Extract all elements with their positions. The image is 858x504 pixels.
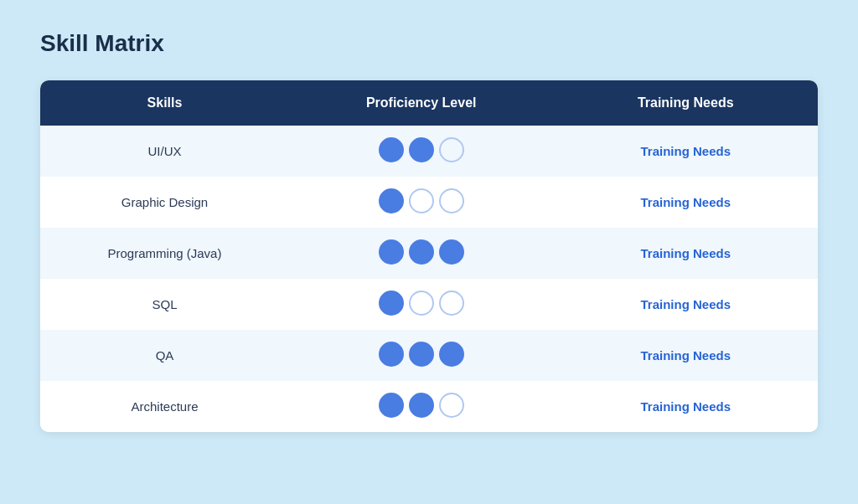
empty-circle-icon <box>409 188 434 213</box>
training-cell: Training Needs <box>553 177 818 228</box>
proficiency-cell <box>289 228 554 279</box>
table-row: UI/UXTraining Needs <box>40 126 818 177</box>
proficiency-cell <box>289 279 554 330</box>
filled-circle-icon <box>409 137 434 162</box>
filled-circle-icon <box>379 291 404 316</box>
empty-circle-icon <box>439 393 464 418</box>
filled-circle-icon <box>379 137 404 162</box>
filled-circle-icon <box>379 393 404 418</box>
filled-circle-icon <box>379 188 404 213</box>
training-cell: Training Needs <box>553 381 818 432</box>
filled-circle-icon <box>439 342 464 367</box>
filled-circle-icon <box>409 239 434 265</box>
table-row: QATraining Needs <box>40 330 818 381</box>
skill-cell: UI/UX <box>40 126 289 177</box>
table-row: Programming (Java)Training Needs <box>40 228 818 279</box>
filled-circle-icon <box>409 393 434 418</box>
skill-matrix-table: Skills Proficiency Level Training Needs … <box>40 80 818 432</box>
skill-cell: Architecture <box>40 381 289 432</box>
proficiency-cell <box>289 177 554 228</box>
skill-cell: SQL <box>40 279 289 330</box>
header-proficiency: Proficiency Level <box>289 80 554 126</box>
header-training: Training Needs <box>553 80 818 126</box>
training-cell: Training Needs <box>553 228 818 279</box>
filled-circle-icon <box>439 239 464 265</box>
filled-circle-icon <box>379 342 404 367</box>
training-cell: Training Needs <box>553 126 818 177</box>
skill-cell: Graphic Design <box>40 177 289 228</box>
empty-circle-icon <box>439 137 464 162</box>
training-cell: Training Needs <box>553 279 818 330</box>
table-row: Graphic DesignTraining Needs <box>40 177 818 228</box>
table-row: ArchitectureTraining Needs <box>40 381 818 432</box>
proficiency-cell <box>289 381 554 432</box>
proficiency-cell <box>289 126 554 177</box>
training-cell: Training Needs <box>553 330 818 381</box>
empty-circle-icon <box>439 291 464 316</box>
filled-circle-icon <box>379 239 404 265</box>
skill-cell: QA <box>40 330 289 381</box>
empty-circle-icon <box>409 291 434 316</box>
filled-circle-icon <box>409 342 434 367</box>
proficiency-cell <box>289 330 554 381</box>
page-title: Skill Matrix <box>40 30 164 57</box>
empty-circle-icon <box>439 188 464 213</box>
table-row: SQLTraining Needs <box>40 279 818 330</box>
skill-cell: Programming (Java) <box>40 228 289 279</box>
header-skills: Skills <box>40 80 289 126</box>
